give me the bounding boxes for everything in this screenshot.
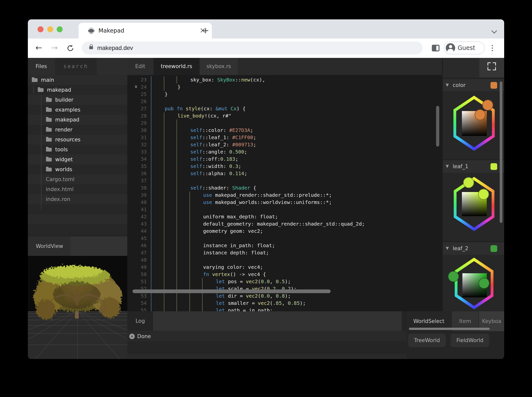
tab-worldview[interactable]: WorldView [28,237,70,256]
forward-button[interactable]: → [48,39,61,58]
indent-guide [164,292,164,300]
indent-guide [177,292,177,300]
minimize-window-button[interactable] [47,26,53,32]
tree-item[interactable]: makepad [28,85,127,95]
collapse-triangle-icon[interactable]: ▼ [446,164,449,168]
vertical-scrollbar[interactable] [436,106,439,147]
tree-item[interactable]: tools [28,145,127,155]
color-section-header-leaf_2[interactable]: ▼leaf_2 [443,241,504,255]
tree-item[interactable]: index.html [28,184,127,194]
hue-handle[interactable] [463,177,474,188]
tree-item[interactable]: makepad [28,115,127,125]
editor-tab-treeworld-rs[interactable]: treeworld.rs [154,58,199,75]
hue-handle[interactable] [482,100,493,111]
address-bar[interactable]: makepad.dev [82,41,423,54]
code-text: self::leaf_2: #009713; [190,141,256,148]
code-line: 44geometry geom: vec2; [127,228,442,235]
code-line: 28live_body!(cx, r#" [127,112,442,119]
collapse-triangle-icon[interactable]: ▼ [446,82,449,87]
code-line: 29 [127,119,442,127]
color-swatch[interactable] [490,245,497,252]
log-row [127,341,406,354]
button-fieldworld[interactable]: FieldWorld [450,334,489,347]
maximize-window-button[interactable] [57,26,63,32]
code-text: uniform max_depth: float; [203,213,278,220]
status-text: Done [137,331,151,342]
color-swatch[interactable] [490,82,497,89]
indent-guide [189,256,190,264]
fullscreen-button[interactable] [479,58,504,78]
folder-icon [46,168,52,171]
color-section-header-leaf_1[interactable]: ▼leaf_1 [443,159,504,173]
code-text: fn vertex() -> vec4 { [203,271,266,278]
indent-guide [151,127,151,134]
horizontal-scrollbar[interactable] [133,289,331,293]
sidebar-tab-files[interactable]: Files [28,58,55,75]
editor-tab-skybox-rs[interactable]: skybox.rs [200,58,238,75]
sidebar-tabbar: Filessearch [28,58,127,75]
code-text: live_body!(cx, r#" [177,112,231,119]
saturation-handle[interactable] [478,189,489,200]
tree-item[interactable]: examples [28,105,127,115]
tree-item[interactable]: Cargo.toml [28,174,127,184]
indent-guide [164,156,164,163]
lock-icon[interactable] [89,46,93,49]
code-line: 54let smaller = vec2(.85, 0.85); [127,300,442,307]
indent-guide [164,119,164,127]
line-number: 51 [127,278,147,285]
reload-button[interactable] [64,39,77,58]
button-treeworld[interactable]: TreeWorld [408,334,446,347]
line-number: 28 [127,112,147,119]
indent-guide [177,170,177,177]
indent-guide [177,127,177,134]
back-button[interactable]: ← [33,39,45,58]
indent-guide [151,292,151,300]
saturation-handle[interactable] [479,278,489,289]
indent-guide [151,148,151,156]
browser-tab[interactable]: Makepad × [79,23,212,39]
new-tab-button[interactable]: + [199,23,212,39]
saturation-handle[interactable] [475,109,486,120]
code-line: 31self::leaf_1: #C1FF00; [127,134,442,141]
code-line: 34self::off:0.183; [127,156,442,163]
browser-menu-icon[interactable] [492,45,493,46]
tree-item[interactable]: main [28,75,127,85]
profile-button[interactable]: Guest [444,41,485,54]
editor-tabbar: Edittreeworld.rsskybox.rs [127,58,442,75]
tree-item[interactable]: builder [28,95,127,105]
code-line: 39use makepad_render::shader_std::prelud… [127,192,442,199]
collapse-triangle-icon[interactable]: ▼ [446,246,449,250]
tree-item[interactable]: widget [28,155,127,164]
panel-scrollbar[interactable] [500,81,502,223]
sidebar-tab-search[interactable]: search [55,58,96,75]
editor-tab-Edit[interactable]: Edit [127,58,153,75]
close-window-button[interactable] [38,26,44,32]
indent-guide [151,177,151,184]
worldview-canvas[interactable] [28,256,127,359]
chevron-down-icon[interactable] [491,28,497,34]
indent-guide [164,307,164,311]
folder-icon [46,128,52,132]
code-area[interactable]: 23sky_box: SkyBox::new(cx),24x}25}2627pu… [127,75,442,311]
color-swatch[interactable] [490,163,497,170]
code-line: 46instance in_path: float; [127,242,442,249]
side-panel-icon[interactable] [432,45,440,51]
color-section-header-color[interactable]: ▼color [443,78,504,91]
tree-item[interactable]: render [28,125,127,135]
indent-guide [177,134,177,141]
log-content[interactable] [153,311,402,331]
indent-guide [189,235,190,242]
indent-guide [151,213,151,220]
line-number: 41 [127,206,147,213]
hue-handle[interactable] [448,271,459,282]
tree-item[interactable]: worlds [28,164,127,174]
indent-guide [151,307,151,311]
indent-guide [164,127,164,134]
tree-item[interactable]: index.ron [28,194,127,204]
indent-guide [164,170,164,177]
tree-item[interactable]: resources [28,135,127,145]
tab-scrollbar[interactable] [409,328,490,330]
url-text[interactable]: makepad.dev [97,41,133,54]
style-panel-topbar [443,58,504,78]
tab-log[interactable]: Log [127,311,153,331]
